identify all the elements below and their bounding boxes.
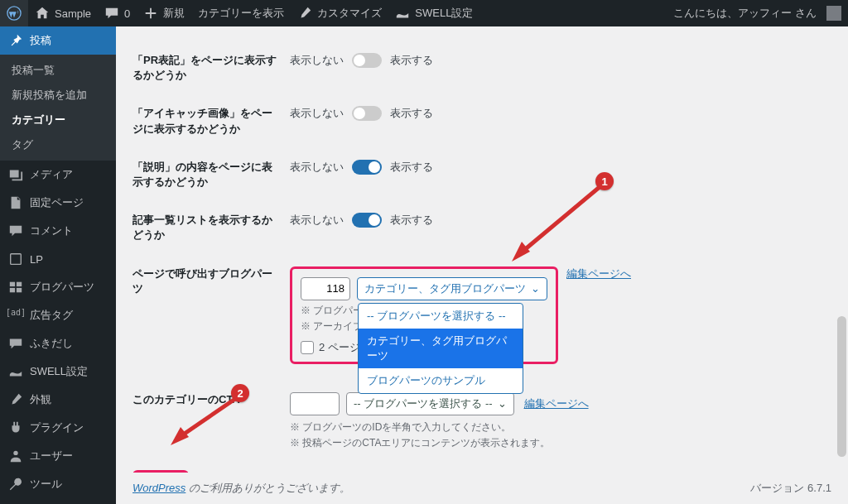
sidebar-item-label: 広告タグ xyxy=(30,308,73,323)
swell-settings-label: SWELL設定 xyxy=(415,6,473,21)
toggle-on-text: 表示する xyxy=(390,160,433,175)
toggle-off-text: 表示しない xyxy=(290,106,344,121)
blogparts-select[interactable]: カテゴリー、タグ用ブログパーツ ⌄ xyxy=(357,277,547,300)
sidebar-item-blogparts[interactable]: ブログパーツ xyxy=(0,273,116,301)
sub-item-tags[interactable]: タグ xyxy=(0,132,116,157)
swell-side-icon xyxy=(8,364,23,379)
howdy-text: こんにちは、アッフィー さん xyxy=(673,6,817,21)
sidebar-item-settings[interactable]: 設定 xyxy=(0,498,116,504)
version-text: バージョン 6.7.1 xyxy=(750,481,831,496)
row-label: ページで呼び出すブログパーツ xyxy=(132,266,290,296)
home-icon xyxy=(35,6,50,21)
customize[interactable]: カスタマイズ xyxy=(291,0,388,26)
wordpress-link[interactable]: WordPress xyxy=(132,482,186,494)
sidebar-item-media[interactable]: メディア xyxy=(0,161,116,189)
swell-settings-top[interactable]: SWELL設定 xyxy=(388,0,479,26)
sidebar-item-swell[interactable]: SWELL設定 xyxy=(0,358,116,386)
note-text: ※ ブログパーツのIDを半角で入力してください。 xyxy=(290,420,831,434)
toggle-on-text: 表示する xyxy=(390,213,433,228)
edit-page-link[interactable]: 編集ページへ xyxy=(558,266,631,281)
toggle-list[interactable] xyxy=(352,213,382,228)
toggle-on-text: 表示する xyxy=(390,53,433,68)
toggle-eyecatch[interactable] xyxy=(352,106,382,121)
row-label: 「アイキャッチ画像」をページに表示するかどうか xyxy=(132,106,290,136)
sidebar-item-users[interactable]: ユーザー xyxy=(0,442,116,470)
sidebar-item-label: コメント xyxy=(30,223,73,238)
pin-icon xyxy=(8,33,23,48)
row-label: 「PR表記」をページに表示するかどうか xyxy=(132,53,290,83)
row-pr: 「PR表記」をページに表示するかどうか 表示しない 表示する xyxy=(132,41,831,94)
row-label: 「説明」の内容をページに表示するかどうか xyxy=(132,160,290,190)
page2-checkbox[interactable] xyxy=(301,341,314,354)
sidebar-item-balloon[interactable]: ふきだし xyxy=(0,329,116,358)
note-text: ※ 投稿ページのCTAエリアにコンテンツが表示されます。 xyxy=(290,436,831,450)
toggle-pr[interactable] xyxy=(352,53,382,68)
plus-icon xyxy=(143,6,158,21)
media-icon xyxy=(8,167,23,182)
row-eyecatch: 「アイキャッチ画像」をページに表示するかどうか 表示しない 表示する xyxy=(132,94,831,147)
annotation-badge-2: 2 xyxy=(231,384,249,402)
sub-item-categories[interactable]: カテゴリー xyxy=(0,108,116,132)
view-category[interactable]: カテゴリーを表示 xyxy=(191,0,291,26)
row-desc: 「説明」の内容をページに表示するかどうか 表示しない 表示する xyxy=(132,148,831,201)
sidebar-item-label: メディア xyxy=(30,167,73,182)
howdy-account[interactable]: こんにちは、アッフィー さん xyxy=(667,0,848,26)
sub-item-add-new[interactable]: 新規投稿を追加 xyxy=(0,83,116,108)
add-new[interactable]: 新規 xyxy=(137,0,191,26)
blogparts-icon xyxy=(8,280,23,295)
comments-bubble[interactable]: 0 xyxy=(98,0,137,26)
sidebar-item-pages[interactable]: 固定ページ xyxy=(0,189,116,217)
sidebar-item-label: ブログパーツ xyxy=(30,280,94,295)
swell-icon xyxy=(395,6,410,21)
view-category-label: カテゴリーを表示 xyxy=(198,6,284,21)
sidebar-item-tools[interactable]: ツール xyxy=(0,470,116,498)
select-value: -- ブログパーツを選択する -- xyxy=(354,396,493,411)
sub-item-all-posts[interactable]: 投稿一覧 xyxy=(0,58,116,83)
appearance-icon xyxy=(8,392,23,407)
row-list: 記事一覧リストを表示するかどうか 表示しない 表示する xyxy=(132,201,831,254)
wp-logo[interactable] xyxy=(0,0,28,26)
cta-id-input[interactable] xyxy=(290,392,340,415)
svg-rect-1 xyxy=(11,254,22,265)
sidebar-item-appearance[interactable]: 外観 xyxy=(0,386,116,414)
site-name-label: Sample xyxy=(55,7,91,20)
blogparts-highlight: カテゴリー、タグ用ブログパーツ ⌄ ※ ブログパー ※ アーカイブ 2 ページ目 xyxy=(290,266,558,364)
comment-icon xyxy=(104,6,119,21)
lp-icon xyxy=(8,252,23,266)
site-name[interactable]: Sample xyxy=(28,0,98,26)
toggle-on-text: 表示する xyxy=(390,106,433,121)
users-icon xyxy=(8,449,23,463)
sidebar-item-label: 外観 xyxy=(30,392,51,407)
select-option[interactable]: カテゴリー、タグ用ブログパーツ xyxy=(359,329,523,368)
scrollbar[interactable] xyxy=(836,26,848,504)
row-label: このカテゴリーのCTA xyxy=(132,392,290,407)
sidebar-item-posts[interactable]: 投稿 xyxy=(0,26,116,55)
cta-select[interactable]: -- ブログパーツを選択する -- ⌄ xyxy=(346,392,514,415)
toggle-desc[interactable] xyxy=(352,160,382,175)
sidebar-item-label: SWELL設定 xyxy=(30,364,88,379)
svg-rect-4 xyxy=(10,288,15,292)
edit-page-link[interactable]: 編集ページへ xyxy=(521,396,589,411)
ad-icon: [ad] xyxy=(8,308,23,323)
admin-footer: WordPress のご利用ありがとうございます。 バージョン 6.7.1 xyxy=(116,473,848,504)
sidebar-item-label: 投稿 xyxy=(30,33,51,48)
row-blogparts: ページで呼び出すブログパーツ カテゴリー、タグ用ブログパーツ ⌄ xyxy=(132,255,831,376)
svg-point-6 xyxy=(13,451,17,455)
admin-sidebar: 投稿 投稿一覧 新規投稿を追加 カテゴリー タグ メディア 固定ページ コメント… xyxy=(0,26,116,504)
scrollbar-thumb[interactable] xyxy=(837,316,846,457)
annotation-badge-1: 1 xyxy=(595,172,614,190)
chevron-down-icon: ⌄ xyxy=(531,282,540,295)
blogparts-id-input[interactable] xyxy=(301,277,350,300)
select-option[interactable]: ブログパーツのサンプル xyxy=(359,368,523,393)
sidebar-item-plugins[interactable]: プラグイン xyxy=(0,414,116,442)
svg-rect-2 xyxy=(10,282,15,286)
svg-rect-3 xyxy=(17,282,22,286)
content-area: 「PR表記」をページに表示するかどうか 表示しない 表示する 「アイキャッチ画像… xyxy=(116,26,848,504)
select-option[interactable]: -- ブログパーツを選択する -- xyxy=(359,304,523,329)
sidebar-item-adtag[interactable]: [ad]広告タグ xyxy=(0,301,116,329)
sidebar-item-lp[interactable]: LP xyxy=(0,245,116,273)
row-label: 記事一覧リストを表示するかどうか xyxy=(132,213,290,242)
comments-icon xyxy=(8,223,23,238)
sidebar-item-comments[interactable]: コメント xyxy=(0,217,116,245)
footer-thanks: のご利用ありがとうございます。 xyxy=(189,482,350,494)
